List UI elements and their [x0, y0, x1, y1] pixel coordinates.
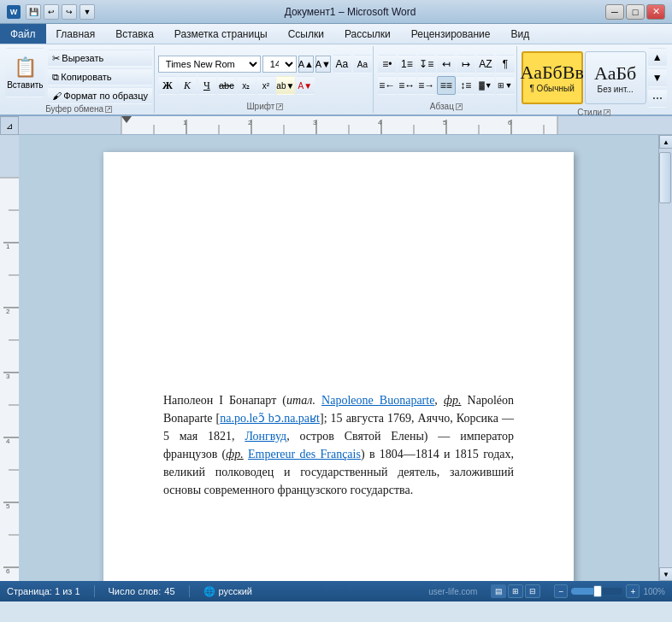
word-count[interactable]: Число слов: 45	[109, 586, 175, 596]
svg-text:3: 3	[6, 373, 10, 380]
save-button[interactable]: 💾	[26, 4, 41, 20]
svg-text:4: 4	[6, 437, 10, 445]
status-right: user-life.com ▤ ⊞ ⊟ − + 100%	[428, 584, 665, 598]
zoom-in-button[interactable]: +	[626, 584, 640, 598]
document-text[interactable]: Наполеон I Бонапарт (итал. Napoleone Buo…	[163, 391, 514, 499]
redo-button[interactable]: ↪	[62, 4, 77, 20]
vertical-ruler-svg: 1 2 3 4 5 6 7 8	[0, 135, 19, 581]
menu-home[interactable]: Главная	[46, 24, 106, 44]
page-info[interactable]: Страница: 1 из 1	[7, 586, 80, 596]
menu-review[interactable]: Рецензирование	[401, 24, 501, 44]
align-right-button[interactable]: ≡→	[417, 76, 436, 95]
window-controls: ─ □ ✕	[605, 4, 665, 20]
maximize-button[interactable]: □	[626, 4, 645, 20]
increase-indent-button[interactable]: ↦	[457, 55, 475, 73]
format-painter-button[interactable]: 🖌 Формат по образцу	[48, 87, 152, 104]
paste-button[interactable]: 📋 Вставить	[5, 48, 44, 97]
styles-scroll-up[interactable]: ▲	[648, 48, 667, 67]
justify-button[interactable]: ≡≡	[437, 76, 456, 95]
styles-expand[interactable]: ↗	[604, 109, 610, 116]
paste-label: Вставить	[7, 80, 43, 90]
copy-button[interactable]: ⧉ Копировать	[48, 68, 152, 85]
font-name-select[interactable]: Times New Rom	[158, 56, 261, 73]
line-spacing-button[interactable]: ↕≡	[457, 76, 475, 95]
multilevel-list-button[interactable]: ↧≡	[417, 55, 436, 73]
zoom-percent: 100%	[643, 587, 665, 596]
svg-rect-25	[0, 135, 19, 178]
view-print-button[interactable]: ▤	[491, 584, 506, 598]
styles-scroll-down[interactable]: ▼	[648, 68, 667, 87]
style2-label: Без инт...	[598, 85, 634, 94]
font-row2: Ж К Ч abc x₂ x² ab▼ A▼	[158, 76, 315, 95]
style2-preview[interactable]: АаБб Без инт...	[585, 51, 646, 104]
bold-button[interactable]: Ж	[158, 76, 177, 95]
decrease-indent-button[interactable]: ↤	[437, 55, 456, 73]
menu-view[interactable]: Вид	[500, 24, 539, 44]
sort-button[interactable]: AZ	[476, 55, 495, 73]
cut-button[interactable]: ✂ Вырезать	[48, 50, 152, 67]
superscript-button[interactable]: x²	[256, 76, 275, 95]
italic-button[interactable]: К	[178, 76, 197, 95]
shading-button[interactable]: ▓▼	[476, 76, 495, 95]
font-size-select[interactable]: 14	[262, 56, 297, 73]
subscript-button[interactable]: x₂	[237, 76, 256, 95]
align-left-button[interactable]: ≡←	[378, 76, 397, 95]
paragraph-group: ≡• 1≡ ↧≡ ↤ ↦ AZ ¶ ≡← ≡↔ ≡→ ≡≡ ↕≡ ▓▼ ⊞▼	[375, 46, 517, 113]
page-info-text: Страница: 1 из 1	[7, 586, 80, 596]
view-full-button[interactable]: ⊞	[508, 584, 523, 598]
bullets-button[interactable]: ≡•	[378, 55, 397, 73]
doc-area: 1 2 3 4 5 6 7 8	[0, 135, 672, 581]
zoom-out-button[interactable]: −	[554, 584, 568, 598]
language-info[interactable]: 🌐 русский	[203, 586, 252, 597]
svg-text:6: 6	[6, 567, 10, 575]
scroll-thumb[interactable]	[659, 152, 671, 203]
show-formatting-button[interactable]: ¶	[496, 55, 515, 73]
style2-text: АаБб	[594, 62, 636, 85]
numbering-button[interactable]: 1≡	[398, 55, 416, 73]
status-divider2	[189, 585, 190, 597]
font-color-button[interactable]: A▼	[296, 76, 315, 95]
borders-button[interactable]: ⊞▼	[496, 76, 515, 95]
text-highlight-button[interactable]: ab▼	[276, 76, 295, 95]
view-web-button[interactable]: ⊟	[525, 584, 540, 598]
font-expand[interactable]: ↗	[276, 103, 283, 110]
align-center-button[interactable]: ≡↔	[398, 76, 416, 95]
menu-page-layout[interactable]: Разметка страницы	[164, 24, 278, 44]
style-preview-text: АаБбВв	[521, 63, 584, 82]
font-aa-button[interactable]: Аа	[353, 55, 372, 73]
view-buttons: ▤ ⊞ ⊟	[491, 584, 540, 598]
close-button[interactable]: ✕	[646, 4, 665, 20]
menu-mailings[interactable]: Рассылки	[334, 24, 401, 44]
ruler-svg: 1 2 3 4 5 6	[19, 116, 672, 135]
quick-access: 💾 ↩ ↪ ▼	[26, 4, 95, 20]
scroll-up-button[interactable]: ▲	[659, 135, 672, 149]
scroll-down-button[interactable]: ▼	[659, 567, 672, 581]
menu-file[interactable]: Файл	[0, 24, 46, 44]
styles-more[interactable]: ⋯	[648, 89, 667, 108]
strikethrough-button[interactable]: abc	[217, 76, 236, 95]
underline-button[interactable]: Ч	[197, 76, 216, 95]
zoom-thumb[interactable]	[593, 585, 602, 597]
font-grow-button[interactable]: A▲	[298, 56, 314, 73]
para-row1: ≡• 1≡ ↧≡ ↤ ↦ AZ ¶	[378, 55, 515, 73]
undo-button[interactable]: ↩	[44, 4, 59, 20]
vertical-scrollbar[interactable]: ▲ ▼	[658, 135, 672, 581]
menu-references[interactable]: Ссылки	[278, 24, 334, 44]
clear-format-button[interactable]: Aa	[333, 55, 351, 73]
minimize-button[interactable]: ─	[605, 4, 624, 20]
paragraph-expand[interactable]: ↗	[456, 103, 463, 110]
doc-scroll[interactable]: Наполеон I Бонапарт (итал. Napoleone Buo…	[19, 135, 658, 581]
scroll-track[interactable]	[659, 149, 672, 567]
document-page: Наполеон I Бонапарт (итал. Napoleone Buo…	[103, 152, 574, 581]
normal-style-preview[interactable]: АаБбВв ¶ Обычный	[522, 51, 583, 104]
ruler-corner-btn[interactable]: ⊿	[0, 116, 19, 135]
font-shrink-button[interactable]: A▼	[315, 56, 331, 73]
words-count: 45	[164, 586, 174, 596]
clipboard-expand[interactable]: ↗	[105, 106, 112, 113]
menu-insert[interactable]: Вставка	[105, 24, 164, 44]
para-row2: ≡← ≡↔ ≡→ ≡≡ ↕≡ ▓▼ ⊞▼	[378, 76, 515, 95]
zoom-slider[interactable]	[571, 588, 622, 595]
style-preview-label: ¶ Обычный	[529, 84, 574, 93]
quick-access-more[interactable]: ▼	[80, 4, 95, 20]
styles-group: АаБбВв ¶ Обычный АаБб Без инт... ▲ ▼ ⋯ С…	[519, 46, 669, 113]
